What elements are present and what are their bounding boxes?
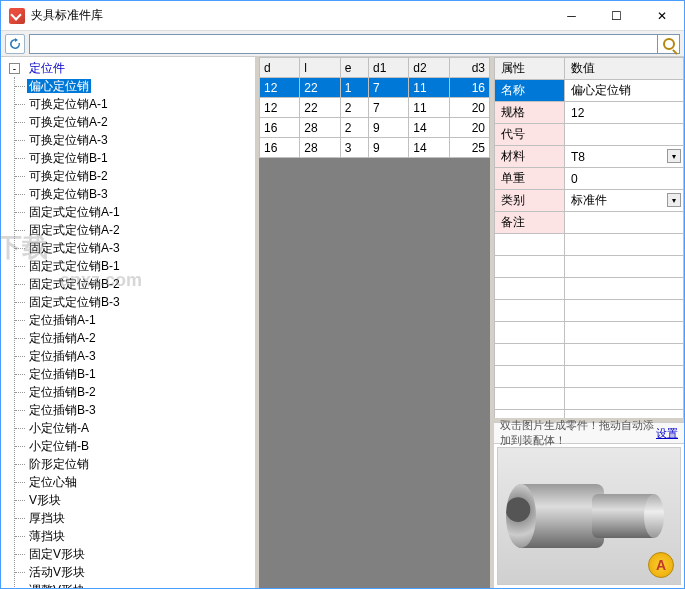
property-panel: 属性 数值 名称偏心定位销规格12代号材料T8▾单重0类别标准件▾备注: [494, 57, 684, 418]
tree-item[interactable]: 薄挡块: [27, 529, 67, 543]
tree-item[interactable]: 定位插销B-2: [27, 385, 98, 399]
prop-value[interactable]: [565, 124, 684, 146]
tree-item[interactable]: 可换定位销B-2: [27, 169, 110, 183]
tree-item[interactable]: 阶形定位销: [27, 457, 91, 471]
col-header[interactable]: d1: [368, 58, 408, 78]
tree-item[interactable]: 定位插销A-1: [27, 313, 98, 327]
prop-value[interactable]: 0: [565, 168, 684, 190]
tree-item[interactable]: 定位插销A-3: [27, 349, 98, 363]
dropdown-arrow-icon[interactable]: ▾: [667, 193, 681, 207]
prop-row-empty: [495, 344, 684, 366]
app-icon: [9, 8, 25, 24]
tree-item[interactable]: 定位心轴: [27, 475, 79, 489]
prop-key: 材料: [495, 146, 565, 168]
property-table[interactable]: 属性 数值 名称偏心定位销规格12代号材料T8▾单重0类别标准件▾备注: [494, 57, 684, 418]
prop-row-empty: [495, 256, 684, 278]
tree-root-label[interactable]: 定位件: [27, 61, 67, 75]
prop-value[interactable]: 偏心定位销: [565, 80, 684, 102]
table-row[interactable]: 1628291420: [260, 118, 490, 138]
hint-text: 双击图片生成零件！拖动自动添加到装配体！: [500, 418, 656, 448]
part-3d: [514, 466, 664, 566]
prop-row-empty: [495, 234, 684, 256]
table-row[interactable]: 1222171116: [260, 78, 490, 98]
prop-row-empty: [495, 388, 684, 410]
system-buttons: ─ ☐ ✕: [549, 1, 684, 30]
minimize-button[interactable]: ─: [549, 1, 594, 30]
prop-row[interactable]: 代号: [495, 124, 684, 146]
tree-item[interactable]: 调整V形块: [27, 583, 87, 588]
tree-item[interactable]: 固定式定位销A-3: [27, 241, 122, 255]
refresh-icon[interactable]: [5, 34, 25, 54]
preview-image[interactable]: A: [497, 447, 681, 585]
tree-item[interactable]: 可换定位销B-1: [27, 151, 110, 165]
prop-value[interactable]: [565, 212, 684, 234]
tree-item[interactable]: 厚挡块: [27, 511, 67, 525]
data-panel: dled1d2d3 122217111612222711201628291420…: [259, 57, 494, 588]
app-window: 夹具标准件库 ─ ☐ ✕ - 定位件 偏心定位销可换定位销A-1可换定位销A-2…: [0, 0, 685, 589]
hint-bar: 双击图片生成零件！拖动自动添加到装配体！ 设置: [494, 422, 684, 444]
search-input[interactable]: [29, 34, 658, 54]
tree-toggle[interactable]: -: [9, 63, 20, 74]
window-title: 夹具标准件库: [31, 7, 549, 24]
prop-key: 代号: [495, 124, 565, 146]
col-header[interactable]: d3: [449, 58, 489, 78]
dropdown-arrow-icon[interactable]: ▾: [667, 149, 681, 163]
prop-row-empty: [495, 322, 684, 344]
settings-link[interactable]: 设置: [656, 426, 678, 441]
preview-area: 双击图片生成零件！拖动自动添加到装配体！ 设置 A: [494, 422, 684, 588]
tree-item[interactable]: 可换定位销A-1: [27, 97, 110, 111]
prop-row[interactable]: 备注: [495, 212, 684, 234]
tree-item[interactable]: 可换定位销A-2: [27, 115, 110, 129]
tree-item[interactable]: 定位插销A-2: [27, 331, 98, 345]
prop-key: 规格: [495, 102, 565, 124]
tree-item[interactable]: V形块: [27, 493, 63, 507]
tree-item[interactable]: 可换定位销B-3: [27, 187, 110, 201]
magnifier-icon: [663, 38, 675, 50]
col-header[interactable]: e: [340, 58, 368, 78]
prop-key: 备注: [495, 212, 565, 234]
close-button[interactable]: ✕: [639, 1, 684, 30]
tree-item[interactable]: 固定式定位销A-1: [27, 205, 122, 219]
prop-header-val: 数值: [565, 58, 684, 80]
tree-item[interactable]: 固定式定位销B-3: [27, 295, 122, 309]
tree-item[interactable]: 偏心定位销: [27, 79, 91, 93]
search-row: [29, 34, 680, 54]
maximize-button[interactable]: ☐: [594, 1, 639, 30]
tree-item[interactable]: 定位插销B-3: [27, 403, 98, 417]
prop-key: 名称: [495, 80, 565, 102]
prop-key: 类别: [495, 190, 565, 212]
tree-panel[interactable]: - 定位件 偏心定位销可换定位销A-1可换定位销A-2可换定位销A-3可换定位销…: [1, 57, 259, 588]
tree-item[interactable]: 固定式定位销B-2: [27, 277, 122, 291]
table-row[interactable]: 1628391425: [260, 138, 490, 158]
prop-row[interactable]: 材料T8▾: [495, 146, 684, 168]
prop-row-empty: [495, 366, 684, 388]
prop-row-empty: [495, 410, 684, 419]
prop-value[interactable]: 标准件▾: [565, 190, 684, 212]
right-panel: 属性 数值 名称偏心定位销规格12代号材料T8▾单重0类别标准件▾备注 双击图片…: [494, 57, 684, 588]
search-button[interactable]: [658, 34, 680, 54]
prop-value[interactable]: 12: [565, 102, 684, 124]
prop-row[interactable]: 类别标准件▾: [495, 190, 684, 212]
col-header[interactable]: l: [300, 58, 340, 78]
tree-item[interactable]: 可换定位销A-3: [27, 133, 110, 147]
tree-item[interactable]: 固定式定位销B-1: [27, 259, 122, 273]
prop-row[interactable]: 名称偏心定位销: [495, 80, 684, 102]
prop-row-empty: [495, 300, 684, 322]
prop-value[interactable]: T8▾: [565, 146, 684, 168]
prop-row[interactable]: 规格12: [495, 102, 684, 124]
titlebar: 夹具标准件库 ─ ☐ ✕: [1, 1, 684, 31]
tree-item[interactable]: 小定位销-A: [27, 421, 91, 435]
prop-row[interactable]: 单重0: [495, 168, 684, 190]
tree-item[interactable]: 活动V形块: [27, 565, 87, 579]
table-row[interactable]: 1222271120: [260, 98, 490, 118]
tree-item[interactable]: 固定式定位销A-2: [27, 223, 122, 237]
tree-item[interactable]: 定位插销B-1: [27, 367, 98, 381]
col-header[interactable]: d2: [409, 58, 449, 78]
tree-item[interactable]: 固定V形块: [27, 547, 87, 561]
col-header[interactable]: d: [260, 58, 300, 78]
data-table[interactable]: dled1d2d3 122217111612222711201628291420…: [259, 57, 490, 158]
tree-item[interactable]: 小定位销-B: [27, 439, 91, 453]
prop-header-key: 属性: [495, 58, 565, 80]
prop-key: 单重: [495, 168, 565, 190]
body: - 定位件 偏心定位销可换定位销A-1可换定位销A-2可换定位销A-3可换定位销…: [1, 57, 684, 588]
